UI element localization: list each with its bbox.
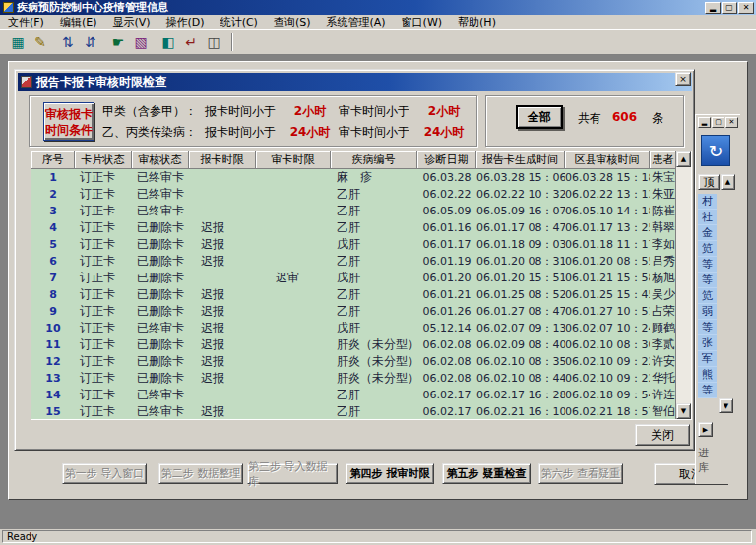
column-header-0[interactable]: 序号 — [32, 151, 75, 169]
menu-item-0[interactable]: 文件(F) — [0, 14, 52, 30]
table-row[interactable]: 13订正卡已删除卡迟报肝炎（未分型）06.02.0806.02.10 08：44… — [32, 370, 691, 387]
table-row[interactable]: 9订正卡已删除卡迟报乙肝06.01.2606.01.27 08：4706.01.… — [32, 303, 691, 320]
close-button[interactable]: 关闭 — [635, 424, 690, 446]
table-row[interactable]: 5订正卡已删除卡迟报戊肝06.01.1706.01.18 09：0306.01.… — [32, 236, 691, 253]
card-back-icon[interactable]: ◧ — [158, 32, 178, 52]
step-button-4[interactable]: 第四步 报审时限 — [346, 463, 434, 484]
table-row[interactable]: 10订正卡已终审卡迟报戊肝05.12.1406.02.07 09：1306.02… — [32, 320, 691, 336]
cell-r6-c2: 已删除卡 — [132, 253, 189, 270]
scroll-down-icon[interactable]: ▼ — [676, 403, 691, 419]
column-header-2[interactable]: 审核状态 — [132, 151, 189, 169]
close-icon[interactable]: ✕ — [725, 117, 738, 128]
cell-r7-c7: 06.01.20 15：51 — [476, 271, 565, 285]
filter-up-icon[interactable]: ⇅ — [58, 32, 78, 52]
cell-r2-c0: 2 — [32, 188, 75, 201]
cell-r1-c7: 06.03.28 15：06 — [476, 170, 565, 185]
exit-icon[interactable]: ◫ — [204, 32, 223, 52]
maximize-icon[interactable]: ▢ — [722, 2, 737, 14]
cell-r15-c2: 已终审卡 — [132, 403, 189, 420]
cell-r9-c9: 占荣 — [650, 303, 677, 320]
cell-r12-c5: 肝炎（未分型） — [331, 353, 417, 370]
step-button-5[interactable]: 第五步 疑重检查 — [442, 463, 531, 484]
cell-r8-c2: 已删除卡 — [132, 286, 189, 303]
grid-window-icon[interactable]: ▦ — [8, 32, 28, 52]
table-row[interactable]: 4订正卡已删除卡迟报乙肝06.01.1606.01.17 08：4706.01.… — [32, 219, 691, 236]
close-icon[interactable]: ✕ — [738, 2, 754, 14]
bg-cell-9: 张 — [698, 335, 717, 351]
records-grid: 序号卡片状态审核状态报卡时限审卡时限疾病编号诊断日期报告卡生成时间区县审核时间患… — [31, 151, 692, 420]
cell-r9-c1: 订正卡 — [75, 303, 132, 320]
cell-r9-c7: 06.01.27 08：47 — [476, 304, 565, 319]
cell-r12-c7: 06.02.10 08：35 — [476, 354, 565, 369]
edit-card-icon[interactable]: ✎ — [31, 32, 50, 52]
report-time-label: 报卡时间小于 — [205, 103, 282, 120]
column-header-5[interactable]: 疾病编号 — [331, 151, 417, 169]
table-row[interactable]: 7订正卡已删除卡迟审戊肝06.01.2006.01.20 15：5106.01.… — [32, 270, 691, 286]
bg-cell-7: 弱 — [698, 304, 717, 320]
cell-r15-c8: 06.02.21 18：57 — [565, 404, 650, 419]
column-header-4[interactable]: 审卡时限 — [256, 151, 331, 169]
table-row[interactable]: 3订正卡已终审卡乙肝06.05.0906.05.09 16：0706.05.10… — [32, 203, 691, 219]
column-header-9[interactable]: 患者 — [650, 151, 677, 169]
menu-item-2[interactable]: 显示(V) — [104, 14, 158, 30]
toolbar: ▦✎⇅⇵☛▧◧↵◫ — [0, 30, 756, 55]
cell-r5-c0: 5 — [32, 238, 75, 251]
table-row[interactable]: 11订正卡已删除卡迟报肝炎（未分型）06.02.0806.02.09 08：40… — [32, 336, 691, 353]
import-icon[interactable]: ↵ — [181, 32, 201, 52]
table-row[interactable]: 1订正卡已终审卡麻 疹06.03.2806.03.28 15：0606.03.2… — [32, 169, 691, 186]
cell-r4-c0: 4 — [32, 221, 75, 234]
scroll-up-icon[interactable]: ▲ — [721, 174, 735, 190]
cell-r8-c5: 乙肝 — [331, 286, 417, 303]
cell-r7-c6: 06.01.20 — [417, 272, 476, 284]
table-row[interactable]: 15订正卡已终审卡迟报乙肝06.02.1706.02.21 16：1006.02… — [32, 403, 691, 420]
cell-r14-c2: 已终审卡 — [132, 387, 189, 403]
menu-item-5[interactable]: 查询(S) — [266, 14, 319, 30]
table-row[interactable]: 8订正卡已删除卡迟报乙肝06.01.2106.01.25 08：5206.01.… — [32, 286, 691, 303]
background-window-controls: ▂ ▢ ✕ — [698, 117, 738, 128]
column-header-8[interactable]: 区县审核时间 — [565, 151, 650, 169]
table-row[interactable]: 6订正卡已删除卡迟报乙肝06.01.1906.01.20 08：3106.01.… — [32, 253, 691, 270]
filter-down-icon[interactable]: ⇵ — [81, 32, 100, 52]
cell-r1-c8: 06.03.28 15：18 — [565, 170, 650, 185]
menu-item-4[interactable]: 统计(C) — [213, 14, 266, 30]
table-row[interactable]: 12订正卡已删除卡迟报肝炎（未分型）06.02.0806.02.10 08：35… — [32, 353, 691, 370]
menu-item-7[interactable]: 窗口(W) — [394, 14, 450, 30]
hand-select-icon[interactable]: ☛ — [108, 32, 128, 52]
cell-r2-c5: 乙肝 — [331, 186, 417, 203]
refresh-icon[interactable]: ↻ — [701, 135, 730, 166]
scroll-right-icon[interactable]: ▶ — [698, 422, 713, 437]
column-header-3[interactable]: 报卡时限 — [189, 151, 256, 169]
bg-footer-char-0: 进 — [698, 446, 720, 460]
minimize-icon[interactable]: ▂ — [698, 117, 711, 128]
cell-r7-c2: 已删除卡 — [132, 270, 189, 286]
scroll-down-icon[interactable]: ▼ — [719, 398, 733, 413]
cell-r13-c8: 06.02.10 09：22 — [565, 371, 650, 386]
show-all-button[interactable]: 全部 — [516, 105, 563, 129]
condition-button-line1: 审核报卡 — [44, 106, 94, 122]
cell-r3-c5: 乙肝 — [331, 203, 417, 219]
cell-r8-c8: 06.01.25 15：45 — [565, 287, 650, 302]
column-header-1[interactable]: 卡片状态 — [75, 151, 132, 169]
menu-item-3[interactable]: 操作(D) — [158, 14, 213, 30]
minimize-icon[interactable]: ▂ — [705, 2, 721, 14]
grid-body: 1订正卡已终审卡麻 疹06.03.2806.03.28 15：0606.03.2… — [32, 169, 691, 420]
scroll-up-icon[interactable]: ▲ — [676, 151, 691, 167]
report-time-value: 24小时 — [282, 124, 339, 141]
table-row[interactable]: 14订正卡已终审卡乙肝06.02.1706.02.17 16：2806.02.1… — [32, 387, 691, 403]
maximize-icon[interactable]: ▢ — [712, 117, 724, 128]
cell-r4-c1: 订正卡 — [75, 219, 132, 236]
audit-time-condition-button[interactable]: 审核报卡 时间条件 — [43, 102, 94, 141]
cell-r6-c5: 乙肝 — [331, 253, 417, 270]
column-header-6[interactable]: 诊断日期 — [417, 151, 476, 169]
table-row[interactable]: 2订正卡已终审卡乙肝06.02.2206.02.22 10：3206.02.22… — [32, 186, 691, 203]
report-check-dialog: 报告卡报卡审核时限检查 × 审核报卡 时间条件 甲类（含参甲）： 报卡时间小于 … — [14, 69, 695, 451]
menu-item-8[interactable]: 帮助(H) — [450, 14, 504, 30]
grid-vertical-scrollbar[interactable]: ▲ ▼ — [675, 151, 691, 419]
menu-item-6[interactable]: 系统管理(A) — [318, 14, 393, 30]
cell-r9-c5: 乙肝 — [331, 303, 417, 320]
dialog-close-icon[interactable]: × — [675, 72, 691, 86]
menu-item-1[interactable]: 编辑(E) — [52, 14, 105, 30]
bg-cell-5: 等 — [698, 272, 717, 288]
chart-edit-icon[interactable]: ▧ — [131, 32, 151, 52]
column-header-7[interactable]: 报告卡生成时间 — [476, 151, 565, 169]
